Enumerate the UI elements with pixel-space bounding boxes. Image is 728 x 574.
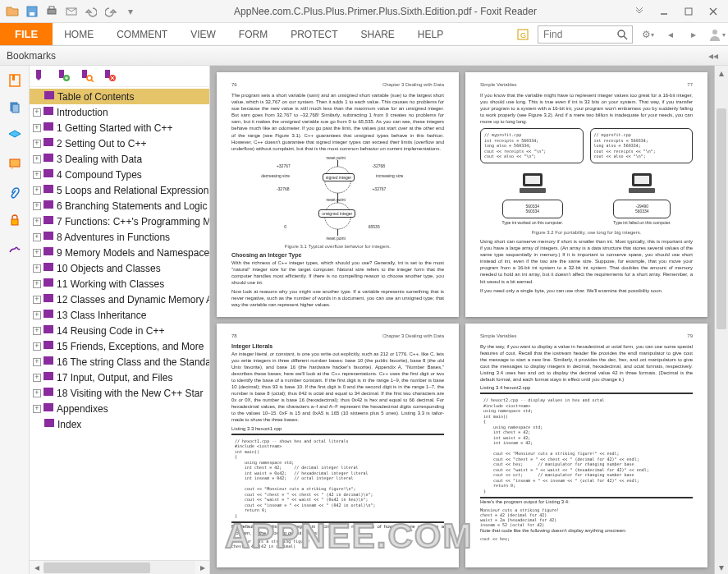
bookmark-item[interactable]: +3 Dealing with Data — [30, 151, 209, 167]
bookmarks-panel: Table of Contents+Introduction+1 Getting… — [30, 66, 210, 574]
bookmark-item[interactable]: Table of Contents — [30, 89, 209, 104]
bookmark-item[interactable]: Index — [30, 416, 209, 432]
find-input[interactable] — [538, 29, 612, 40]
expand-icon[interactable]: + — [33, 140, 41, 148]
expand-icon[interactable]: + — [33, 358, 41, 366]
tab-share[interactable]: SHARE — [350, 23, 406, 45]
bookmark-item[interactable]: +9 Memory Models and Namespaces — [30, 245, 209, 260]
ribbon-tabs: FILE HOME COMMENT VIEW FORM PROTECT SHAR… — [0, 23, 728, 46]
output-value: -29490 — [636, 204, 649, 209]
expand-icon[interactable]: + — [33, 311, 41, 319]
bookmark-item[interactable]: +11 Working with Classes — [30, 276, 209, 292]
bookmark-item[interactable]: +Appendixes — [30, 401, 209, 416]
page-number: 77 — [687, 82, 693, 87]
tab-home[interactable]: HOME — [53, 23, 105, 45]
expand-icon[interactable]: + — [33, 342, 41, 351]
panel-collapse-icon[interactable]: ◂◂ — [705, 50, 721, 62]
print-icon[interactable] — [43, 2, 61, 21]
expand-icon[interactable]: + — [33, 108, 41, 117]
bookmark-item[interactable]: +5 Loops and Relational Expressions — [30, 182, 209, 198]
expand-icon[interactable]: + — [33, 186, 41, 195]
bookmark-item[interactable]: +17 Input, Output, and Files — [30, 370, 209, 385]
signatures-panel-tab-icon[interactable] — [5, 238, 25, 258]
tab-help[interactable]: HELP — [406, 23, 455, 45]
bookmark-item[interactable]: +2 Setting Out to C++ — [30, 135, 209, 151]
bookmark-item[interactable]: +12 Classes and Dynamic Memory Al — [30, 292, 209, 307]
bookmark-item[interactable]: +10 Objects and Classes — [30, 260, 209, 276]
bookmarks-hscrollbar[interactable]: ◂ ▸ — [30, 560, 209, 574]
scroll-right-icon[interactable]: ▸ — [195, 561, 209, 575]
bookmark-label: 1 Getting Started with C++ — [57, 122, 172, 134]
gear-icon[interactable]: ⚙▾ — [636, 23, 659, 46]
bookmark-item[interactable]: +15 Friends, Exceptions, and More — [30, 338, 209, 354]
redo-icon[interactable] — [102, 2, 120, 21]
output-value: 560334 — [635, 209, 649, 214]
diagram-tick: +32767 — [372, 186, 386, 191]
undo-icon[interactable] — [82, 2, 100, 21]
tab-view[interactable]: VIEW — [179, 23, 227, 45]
bookmark-item[interactable]: +1 Getting Started with C++ — [30, 120, 209, 135]
expand-icon[interactable]: + — [33, 327, 41, 335]
bookmark-item[interactable]: +4 Compound Types — [30, 167, 209, 182]
tab-form[interactable]: FORM — [227, 23, 279, 45]
expand-icon[interactable]: + — [33, 171, 41, 179]
svg-rect-13 — [12, 75, 15, 80]
minimize-icon[interactable] — [652, 3, 675, 20]
extras-icon[interactable]: G — [511, 23, 534, 46]
expand-icon[interactable]: + — [33, 264, 41, 273]
scroll-up-icon[interactable]: ▴ — [715, 66, 728, 80]
expand-icon[interactable]: + — [33, 233, 41, 241]
comments-panel-tab-icon[interactable] — [5, 154, 25, 174]
expand-icon[interactable]: + — [33, 296, 41, 304]
email-icon[interactable] — [62, 2, 80, 21]
close-icon[interactable] — [702, 3, 725, 20]
expand-icon[interactable]: + — [33, 155, 41, 163]
bm-search-icon[interactable] — [80, 69, 95, 84]
layers-panel-tab-icon[interactable] — [5, 126, 25, 146]
bm-expand-icon[interactable] — [34, 69, 49, 84]
vscroll-thumb[interactable] — [717, 108, 726, 329]
expand-icon[interactable]: + — [33, 405, 41, 413]
tab-file[interactable]: FILE — [0, 23, 53, 45]
tab-protect[interactable]: PROTECT — [279, 23, 349, 45]
tab-comment[interactable]: COMMENT — [105, 23, 179, 45]
attachments-panel-tab-icon[interactable] — [5, 182, 25, 202]
expand-icon[interactable]: + — [33, 124, 41, 132]
expand-icon[interactable]: + — [33, 218, 41, 226]
expand-icon[interactable]: + — [33, 389, 41, 397]
prev-icon[interactable]: ◂ — [659, 23, 682, 46]
bm-delete-icon[interactable] — [103, 69, 118, 84]
figure-caption: Figure 3.1 Typical overflow behavior for… — [231, 244, 444, 249]
svg-line-10 — [624, 36, 627, 39]
bookmark-item[interactable]: +7 Functions: C++'s Programming M — [30, 214, 209, 229]
expand-icon[interactable]: + — [33, 249, 41, 257]
maximize-icon[interactable] — [677, 3, 700, 20]
bookmark-label: 9 Memory Models and Namespaces — [57, 247, 209, 259]
scroll-down-icon[interactable]: ▾ — [715, 560, 728, 574]
search-icon[interactable] — [612, 26, 632, 43]
qat-dropdown-icon[interactable]: ▾ — [121, 2, 140, 21]
bookmark-item[interactable]: +Introduction — [30, 104, 209, 120]
ribbon-min-icon[interactable] — [628, 3, 651, 20]
bookmark-item[interactable]: +8 Adventures in Functions — [30, 229, 209, 245]
open-icon[interactable] — [3, 2, 21, 21]
bookmark-item[interactable]: +14 Reusing Code in C++ — [30, 323, 209, 338]
bookmarks-panel-tab-icon[interactable] — [5, 71, 25, 90]
next-icon[interactable]: ▸ — [682, 23, 705, 46]
save-icon[interactable] — [23, 2, 41, 21]
user-icon[interactable]: ▾ — [705, 23, 728, 46]
find-box[interactable] — [538, 25, 633, 44]
bookmark-item[interactable]: +18 Visiting with the New C++ Star — [30, 385, 209, 401]
bookmark-item[interactable]: +16 The string Class and the Standa — [30, 354, 209, 370]
viewer-vscrollbar[interactable]: ▴ ▾ — [714, 66, 728, 574]
bm-new-icon[interactable] — [57, 69, 72, 84]
pages-panel-tab-icon[interactable] — [5, 99, 25, 118]
security-panel-tab-icon[interactable] — [5, 210, 25, 230]
bookmark-item[interactable]: +6 Branching Statements and Logic — [30, 198, 209, 214]
bookmark-item[interactable]: +13 Class Inheritance — [30, 307, 209, 323]
expand-icon[interactable]: + — [33, 202, 41, 210]
expand-icon[interactable]: + — [33, 280, 41, 288]
scroll-left-icon[interactable]: ◂ — [30, 561, 43, 575]
hscroll-thumb[interactable] — [43, 563, 150, 573]
expand-icon[interactable]: + — [33, 374, 41, 382]
